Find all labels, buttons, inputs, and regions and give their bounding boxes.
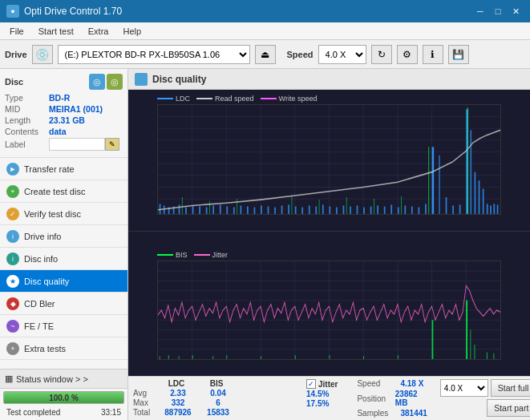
- speed-select[interactable]: 4.0 X: [318, 45, 366, 64]
- svg-rect-39: [301, 208, 303, 214]
- bottom-chart-area: 10 9 8 7 6 5 4 3 2 1 20% 18%: [157, 260, 501, 360]
- svg-rect-53: [398, 208, 399, 214]
- svg-rect-66: [479, 180, 480, 214]
- menu-file[interactable]: File: [3, 25, 30, 38]
- sidebar-item-transfer-rate[interactable]: ► Transfer rate: [0, 158, 127, 180]
- start-part-row: Start part: [440, 399, 530, 417]
- drive-settings-button[interactable]: ⚙: [397, 45, 418, 64]
- svg-rect-42: [322, 204, 324, 213]
- read-speed-legend-label: Read speed: [215, 95, 254, 103]
- drive-info-button[interactable]: ℹ: [423, 45, 443, 64]
- svg-rect-77: [346, 197, 347, 214]
- disc-info-icon: i: [6, 252, 19, 265]
- window-controls: ─ □ ✕: [472, 4, 524, 18]
- legend-write-speed: Write speed: [261, 95, 318, 103]
- svg-rect-29: [233, 208, 235, 214]
- header-bis: BIS: [197, 379, 236, 388]
- jitter-checkbox[interactable]: ✓: [306, 379, 316, 389]
- disc-mid-row: MID MEIRA1 (001): [5, 104, 123, 114]
- start-full-row: 4.0 X Start full: [440, 379, 530, 397]
- svg-rect-108: [330, 355, 330, 359]
- stats-speed-info: Speed 4.18 X Position 23862 MB Samples 3…: [357, 379, 427, 418]
- drive-select[interactable]: (E:) PLEXTOR BD-R PX-LB950SA 1.06: [58, 45, 250, 64]
- disc-quality-header-icon: [135, 73, 148, 86]
- menu-start-test[interactable]: Start test: [32, 25, 80, 38]
- sidebar-item-disc-quality[interactable]: ★ Disc quality: [0, 270, 127, 293]
- ldc-legend-label: LDC: [176, 95, 190, 103]
- svg-rect-24: [199, 206, 200, 213]
- sidebar-item-cd-bler[interactable]: ◆ CD Bler: [0, 293, 127, 315]
- status-window-label: Status window > >: [16, 374, 88, 384]
- svg-rect-41: [315, 206, 317, 213]
- disc-quality-header: Disc quality: [128, 69, 530, 90]
- titlebar: ● Opti Drive Control 1.70 ─ □ ✕: [0, 0, 530, 22]
- sidebar-item-fe-te[interactable]: ~ FE / TE: [0, 315, 127, 337]
- verify-test-disc-label: Verify test disc: [24, 209, 81, 219]
- svg-rect-44: [336, 208, 338, 214]
- svg-rect-72: [182, 197, 183, 214]
- mid-value: MEIRA1 (001): [49, 104, 103, 114]
- top-chart-container: LDC Read speed Write speed 400: [128, 90, 530, 232]
- start-full-button[interactable]: Start full: [491, 379, 530, 397]
- sidebar-item-drive-info[interactable]: i Drive info: [0, 225, 127, 248]
- start-part-button[interactable]: Start part: [487, 399, 530, 417]
- svg-rect-21: [179, 204, 180, 213]
- svg-rect-68: [487, 204, 488, 214]
- svg-rect-56: [419, 208, 420, 214]
- eject-button[interactable]: ⏏: [255, 45, 276, 64]
- extra-tests-label: Extra tests: [24, 344, 66, 353]
- create-test-disc-icon: +: [6, 185, 19, 198]
- refresh-button[interactable]: ↻: [371, 45, 392, 64]
- svg-rect-100: [160, 356, 160, 359]
- samples-row: Samples 381441: [357, 409, 427, 418]
- svg-rect-114: [475, 345, 475, 359]
- label-edit-button[interactable]: ✎: [105, 138, 119, 151]
- samples-val: 381441: [400, 409, 427, 418]
- menu-help[interactable]: Help: [116, 25, 148, 38]
- stats-headers: LDC BIS: [157, 379, 293, 388]
- sidebar-item-verify-test-disc[interactable]: ✓ Verify test disc: [0, 203, 127, 225]
- disc-length-row: Length 23.31 GB: [5, 115, 123, 125]
- svg-rect-47: [357, 205, 358, 213]
- svg-rect-65: [475, 172, 476, 214]
- maximize-button[interactable]: □: [490, 4, 506, 18]
- main-layout: Disc ◎ ◎ Type BD-R MID MEIRA1 (001) Leng…: [0, 69, 530, 420]
- svg-rect-49: [370, 206, 372, 213]
- speed-dropdown[interactable]: 4.0 X: [440, 379, 488, 397]
- total-bis-val: 15833: [199, 408, 237, 417]
- svg-rect-28: [226, 206, 228, 213]
- content-area: Disc quality LDC Read speed: [128, 69, 530, 420]
- svg-rect-40: [309, 205, 310, 213]
- sidebar-item-disc-info[interactable]: i Disc info: [0, 248, 127, 270]
- cd-bler-label: CD Bler: [24, 299, 55, 309]
- status-bottom: Test completed 33:15: [0, 406, 127, 420]
- top-chart-area: 400 350 300 250 200 150 100 50 0 18X 16X: [157, 104, 501, 215]
- jitter-max-val: 17.5%: [306, 399, 329, 408]
- top-chart-legend: LDC Read speed Write speed: [157, 93, 501, 104]
- progress-text: 100.0 %: [4, 392, 123, 403]
- disc-info-panel: Disc ◎ ◎ Type BD-R MID MEIRA1 (001) Leng…: [0, 69, 127, 158]
- app-title: Opti Drive Control 1.70: [24, 6, 122, 17]
- disc-icon-1: ◎: [89, 74, 105, 90]
- status-window-button[interactable]: ▦ Status window > >: [0, 370, 127, 389]
- stats-avg-row: Avg 2.33 0.04: [133, 389, 293, 398]
- legend-read-speed: Read speed: [196, 95, 254, 103]
- svg-rect-105: [226, 355, 227, 359]
- close-button[interactable]: ✕: [508, 4, 524, 18]
- label-input[interactable]: [49, 138, 105, 151]
- svg-rect-115: [487, 352, 488, 359]
- sidebar-item-create-test-disc[interactable]: + Create test disc: [0, 180, 127, 203]
- max-bis-val: 6: [199, 398, 237, 407]
- menu-extra[interactable]: Extra: [82, 25, 115, 38]
- svg-rect-26: [212, 205, 214, 213]
- jitter-legend-label: Jitter: [212, 251, 229, 259]
- jitter-header-row: ✓ Jitter: [306, 379, 338, 389]
- status-text: Test completed: [3, 407, 63, 418]
- stats-bar: LDC BIS Avg 2.33 0.04 Max 332 6 Total 88…: [128, 376, 530, 420]
- minimize-button[interactable]: ─: [472, 4, 488, 18]
- sidebar-item-extra-tests[interactable]: + Extra tests: [0, 337, 127, 360]
- stats-total-row: Total 887926 15833: [133, 408, 293, 417]
- save-button[interactable]: 💾: [448, 45, 469, 64]
- bis-color: [157, 254, 173, 256]
- svg-rect-111: [432, 320, 434, 359]
